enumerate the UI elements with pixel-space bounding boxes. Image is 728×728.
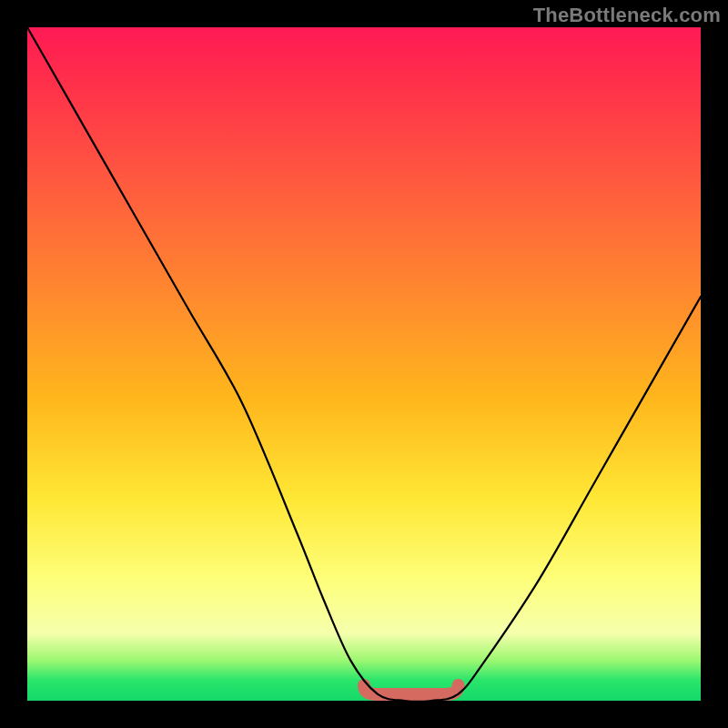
- bottleneck-curve-line: [27, 27, 701, 702]
- curve-svg: [27, 27, 701, 701]
- watermark-text: TheBottleneck.com: [533, 4, 721, 27]
- optimal-basin-highlight: [364, 685, 459, 694]
- chart-stage: TheBottleneck.com: [0, 0, 728, 728]
- chart-plot-area: [27, 27, 701, 701]
